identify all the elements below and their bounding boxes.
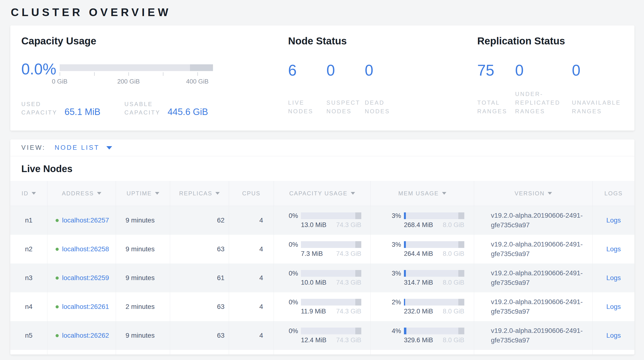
total-ranges-stat: 75 TOTAL RANGES [477,63,515,116]
sort-arrow-icon [351,192,355,195]
table-body: n1 localhost:26257 9 minutes 62 4 0% [10,206,634,354]
node-address-link[interactable]: localhost:26257 [62,216,110,225]
usable-capacity-value: 445.6 GiB [168,107,208,117]
node-address-link[interactable]: localhost:26261 [62,302,110,311]
view-label: VIEW: [21,144,46,151]
live-nodes-heading: Live Nodes [10,156,634,181]
node-id-cell: n1 [10,206,47,235]
node-uptime-cell: 9 minutes [116,206,170,235]
node-cpus-cell: 4 [229,321,274,350]
capacity-meter-reserved [355,299,361,305]
unavailable-ranges-stat: 0 UNAVAILABLE RANGES [572,63,624,116]
node-version-cell: v19.2.0-alpha.20190606-2491-gfe735c9a97 [474,235,592,264]
column-header-version[interactable]: VERSION [474,181,592,206]
node-address-cell: localhost:26261 [47,292,116,321]
column-header-address[interactable]: ADDRESS [47,181,116,206]
logs-link[interactable]: Logs [606,332,621,339]
view-dropdown-value: NODE LIST [54,144,100,151]
sort-arrow-icon [97,192,101,195]
node-replicas-cell: 61 [170,264,229,292]
node-version-cell: v19.2.0-alpha.20190606-2491-gfe735c9a97 [474,264,592,292]
node-status-heading: Node Status [288,35,477,47]
used-capacity-value: 65.1 MiB [64,107,100,117]
capacity-meter [301,328,361,334]
node-logs-cell: Logs [592,321,634,350]
replication-status-heading: Replication Status [477,35,624,47]
memory-meter-reserved [458,212,464,219]
axis-tick [198,72,198,76]
page-title: CLUSTER OVERVIEW [11,6,644,19]
column-header-capacity-usage[interactable]: CAPACITY USAGE [274,181,370,206]
cluster-summary-card: Capacity Usage 0.0% 0 GiB200 GiB400 GiB … [10,26,634,131]
node-version-cell: v19.2.0-alpha.20190606-2491-gfe735c9a97 [474,206,592,235]
table-row: n2 localhost:26258 9 minutes 63 4 0% [10,235,634,264]
capacity-meter [301,241,361,248]
memory-meter [404,241,464,248]
node-address-link[interactable]: localhost:26258 [62,244,110,254]
column-header-replicas[interactable]: REPLICAS [170,181,229,206]
suspect-nodes-stat: 0 SUSPECT NODES [326,63,365,116]
node-address-cell: localhost:26259 [47,264,116,292]
table-row: n5 localhost:26262 9 minutes 63 4 0% [10,321,634,350]
node-id-cell: n3 [10,264,47,292]
capacity-bar-chart: 0 GiB200 GiB400 GiB [60,64,213,86]
node-memory-cell: 3% 314.7 MiB 8.0 GiB [370,264,474,292]
logs-link[interactable]: Logs [606,245,621,253]
axis-tick [60,72,60,76]
memory-meter-reserved [458,328,464,334]
capacity-meter [301,212,361,219]
capacity-meter-reserved [355,328,361,334]
memory-meter-fill [404,328,406,334]
logs-link[interactable]: Logs [606,217,621,224]
logs-link[interactable]: Logs [606,303,621,311]
node-address-link[interactable]: localhost:26259 [62,273,110,283]
node-cpus-cell: 4 [229,206,274,235]
column-header-id[interactable]: ID [10,181,47,206]
node-logs-cell: Logs [592,206,634,235]
column-header-uptime[interactable]: UPTIME [116,181,170,206]
node-logs-cell: Logs [592,264,634,292]
node-capacity-cell: 0% 7.3 MiB 74.3 GiB [274,235,370,264]
column-header-logs: LOGS [592,181,634,206]
memory-meter [404,328,464,334]
capacity-usage-chart: 0.0% 0 GiB200 GiB400 GiB [21,64,288,86]
memory-meter-reserved [458,241,464,248]
column-header-cpus: CPUS [229,181,274,206]
dead-nodes-stat: 0 DEAD NODES [365,63,400,116]
sort-arrow-icon [216,192,220,195]
memory-meter-reserved [458,299,464,305]
table-row: n4 localhost:26261 2 minutes 63 4 0% [10,292,634,321]
capacity-bar-reserved-segment [190,64,213,71]
node-address-link[interactable]: localhost:26262 [62,331,110,340]
table-row: n3 localhost:26259 9 minutes 61 4 0% [10,264,634,292]
view-dropdown[interactable]: NODE LIST [54,144,112,151]
capacity-usage-heading: Capacity Usage [21,35,288,47]
node-version-cell: v19.2.0-alpha.20190606-2491-gfe735c9a97 [474,292,592,321]
memory-meter-reserved [458,270,464,277]
node-replicas-cell: 63 [170,235,229,264]
node-replicas-cell: 63 [170,321,229,350]
memory-meter-fill [404,241,406,248]
node-id-cell: n4 [10,292,47,321]
node-capacity-cell: 0% 11.9 MiB 74.3 GiB [274,292,370,321]
live-status-dot-icon [56,334,59,337]
live-status-dot-icon [56,276,59,280]
node-list-card: VIEW: NODE LIST Live Nodes ID ADDRESS UP… [10,139,634,354]
sort-arrow-icon [442,192,446,195]
capacity-stats: USED CAPACITY 65.1 MiB USABLE CAPACITY 4… [21,100,288,117]
live-status-dot-icon [56,219,59,222]
column-header-mem-usage[interactable]: MEM USAGE [370,181,474,206]
live-nodes-stat: 6 LIVE NODES [288,63,326,116]
node-status-section: Node Status 6 LIVE NODES 0 SUSPECT NODES… [288,35,477,121]
node-address-cell: localhost:26258 [47,235,116,264]
node-replicas-cell: 62 [170,206,229,235]
capacity-meter-reserved [355,241,361,248]
memory-meter [404,270,464,277]
capacity-meter-reserved [355,270,361,277]
memory-meter-fill [404,299,405,305]
logs-link[interactable]: Logs [606,274,621,282]
node-capacity-cell: 0% 12.4 MiB 74.3 GiB [274,321,370,350]
chevron-down-icon [106,146,112,149]
capacity-meter-reserved [355,212,361,219]
sort-arrow-icon [155,192,159,195]
